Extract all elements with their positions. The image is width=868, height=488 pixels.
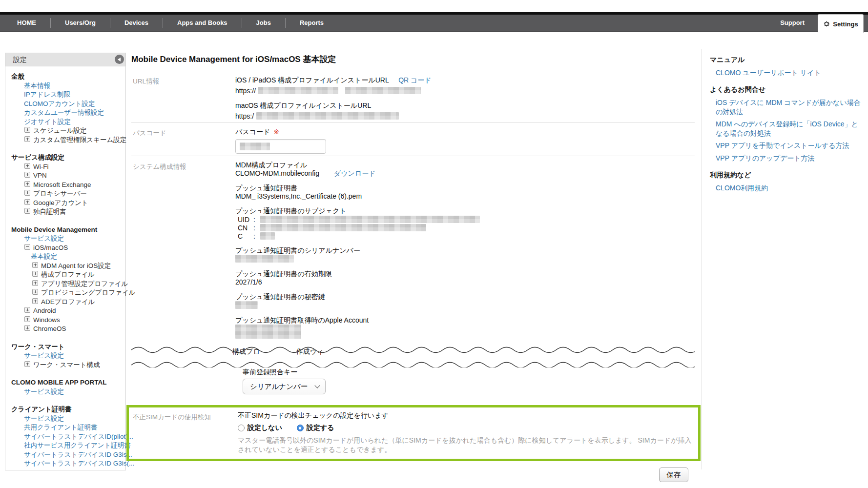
save-button[interactable]: 保存 xyxy=(659,468,688,482)
subject-colon: : xyxy=(253,232,260,240)
sidebar-item-app-mgmt-profile[interactable]: アプリ管理設定プロファイル xyxy=(11,280,123,289)
help-link-user-support-site[interactable]: CLOMO ユーザーサポート サイト xyxy=(716,68,861,77)
sidebar-item-own-certificate[interactable]: 独自証明書 xyxy=(11,207,123,217)
push-cert-label: プッシュ通知証明書 xyxy=(235,184,695,192)
chevron-left-icon xyxy=(118,58,121,61)
sidebar-item-ms-exchange[interactable]: Microsoft Exchange xyxy=(11,181,123,190)
redacted-ios-url xyxy=(258,87,338,94)
expand-icon[interactable] xyxy=(24,361,30,367)
sidebar-item-proxy-server[interactable]: プロキシサーバー xyxy=(11,189,123,199)
sidebar-item-mdm-service-settings[interactable]: サービス設定 xyxy=(11,234,123,244)
sidebar-item-label: Android xyxy=(33,307,56,314)
sidebar-item-vpn[interactable]: VPN xyxy=(11,171,123,181)
tab-settings[interactable]: Settings xyxy=(818,14,864,33)
settings-tab-label: Settings xyxy=(833,20,858,28)
sidebar-item-basic-info[interactable]: 基本情報 xyxy=(11,81,123,91)
sidebar-item-config-profile[interactable]: 構成プロファイル xyxy=(11,270,123,280)
expand-icon[interactable] xyxy=(24,172,30,178)
sidebar-item-label: 独自証明書 xyxy=(33,208,66,215)
sidebar-item-chromeos[interactable]: ChromeOS xyxy=(11,325,123,334)
mdm-profile-label: MDM構成プロファイル xyxy=(235,161,695,169)
expand-icon[interactable] xyxy=(32,289,38,295)
sidebar-item-android[interactable]: Android xyxy=(11,306,123,316)
qr-code-link[interactable]: QR コード xyxy=(398,76,432,84)
help-link-clomo-terms[interactable]: CLOMO利用規約 xyxy=(716,183,861,192)
macos-install-url-label: macOS 構成プロファイルインストールURL xyxy=(235,102,371,109)
sidebar-item-ios-macos[interactable]: iOS/macOS xyxy=(11,244,123,253)
sidebar-item-shared-client-cert[interactable]: 共用クライアント証明書 xyxy=(11,423,123,432)
sidebar-item-provisioning-profile[interactable]: プロビジョニングプロファイル xyxy=(11,288,123,298)
expand-icon[interactable] xyxy=(24,163,30,169)
nav-item-support[interactable]: Support xyxy=(780,15,805,31)
push-cert-serial-label: プッシュ通知証明書のシリアルナンバー xyxy=(235,246,695,255)
sidebar-header: 設定 xyxy=(5,53,125,66)
sidebar-item-google-account[interactable]: Googleアカウント xyxy=(11,199,123,208)
sidebar-item-cert-service-settings[interactable]: サービス設定 xyxy=(11,414,123,424)
nav-item-users-org[interactable]: Users/Org xyxy=(50,18,110,28)
download-link[interactable]: ダウンロード xyxy=(334,169,376,177)
sidebar-item-label: 構成プロファイル xyxy=(41,271,95,278)
expand-icon[interactable] xyxy=(24,190,30,196)
sidebar-item-cybertrust-g3is-1[interactable]: サイバートラストデバイスID G3is... xyxy=(11,450,123,460)
expand-icon[interactable] xyxy=(32,271,38,277)
expand-icon[interactable] xyxy=(32,262,38,268)
passcode-input[interactable] xyxy=(235,139,326,154)
radio-option-enable[interactable]: 設定する xyxy=(297,424,334,432)
nav-item-devices[interactable]: Devices xyxy=(110,18,163,28)
expand-icon[interactable] xyxy=(32,298,38,304)
sidebar-item-mdm-agent-ios[interactable]: MDM Agent for iOS設定 xyxy=(11,262,123,271)
sidebar-item-label: ChromeOS xyxy=(33,325,66,332)
sim-detection-highlight-box: 不正SIMカードの使用検知 不正SIMカードの検出チェックの設定を行います 設定… xyxy=(126,405,701,461)
expand-icon[interactable] xyxy=(24,316,30,322)
sidebar-item-clomo-account[interactable]: CLOMOアカウント設定 xyxy=(11,100,123,109)
expand-icon[interactable] xyxy=(24,199,30,205)
sidebar-item-ip-restriction[interactable]: IPアドレス制限 xyxy=(11,90,123,100)
subject-key-uid: UID xyxy=(235,216,253,224)
sidebar-item-custom-user-info[interactable]: カスタムユーザー情報設定 xyxy=(11,108,123,118)
expand-icon[interactable] xyxy=(24,208,30,214)
sidebar-item-label: VPN xyxy=(33,172,47,179)
nav-item-jobs[interactable]: Jobs xyxy=(242,18,285,28)
expand-icon[interactable] xyxy=(24,136,30,142)
sidebar-item-label: Wi-Fi xyxy=(33,163,48,170)
expand-icon[interactable] xyxy=(24,181,30,187)
sidebar-item-windows[interactable]: Windows xyxy=(11,316,123,325)
sidebar-item-worksmart-config[interactable]: ワーク・スマート構成 xyxy=(11,361,123,370)
subject-key-c: C xyxy=(235,232,253,240)
sidebar-item-basic-settings-current[interactable]: 基本設定 xyxy=(11,252,123,262)
sidebar-collapse-button[interactable] xyxy=(115,55,124,64)
sidebar-item-label: MDM Agent for iOS設定 xyxy=(41,262,111,269)
expand-icon[interactable] xyxy=(24,325,30,331)
radio-option-disable[interactable]: 設定しない xyxy=(238,424,282,432)
row-passcode: パスコード パスコード※ xyxy=(131,122,695,156)
sidebar-item-custom-admin-scheme[interactable]: カスタム管理権限スキーム設定 xyxy=(11,136,123,145)
sidebar-item-internal-service-cert[interactable]: 社内サービス用クライアント証明書 xyxy=(11,441,123,450)
sidebar-item-cybertrust-g3is-2[interactable]: サイバートラストデバイスID G3is(... xyxy=(11,459,123,468)
radio-unselected-icon[interactable] xyxy=(238,425,245,431)
sidebar-item-ade-profile[interactable]: ADEプロファイル xyxy=(11,298,123,307)
macos-url-prefix: https:/ xyxy=(235,112,254,120)
help-link-vpp-update[interactable]: VPP アプリのアップデート方法 xyxy=(716,154,861,163)
nav-item-apps-and-books[interactable]: Apps and Books xyxy=(163,18,242,28)
expand-icon[interactable] xyxy=(24,307,30,313)
sidebar-item-geosite[interactable]: ジオサイト設定 xyxy=(11,118,123,127)
help-section-faq: よくあるお問合せ xyxy=(710,85,864,94)
ios-install-url-label: iOS / iPadOS 構成プロファイルインストールURL xyxy=(235,76,389,84)
prereg-key-select[interactable]: シリアルナンバー xyxy=(243,379,326,394)
radio-selected-icon[interactable] xyxy=(297,425,304,431)
push-cert-private-key-label: プッシュ通知証明書の秘密鍵 xyxy=(235,293,695,301)
expand-icon[interactable] xyxy=(24,127,30,133)
sidebar-item-cybertrust-pilot[interactable]: サイバートラストデバイスID(pilot)... xyxy=(11,432,123,442)
help-link-vpp-manual-install[interactable]: VPP アプリを手動でインストールする方法 xyxy=(716,141,861,150)
nav-item-reports[interactable]: Reports xyxy=(285,18,338,28)
help-link-mdm-command-not-delivered[interactable]: iOS デバイスに MDM コマンドが届かない場合の対処法 xyxy=(716,98,861,116)
sidebar-item-wifi[interactable]: Wi-Fi xyxy=(11,163,123,172)
sidebar-item-portal-service-settings[interactable]: サービス設定 xyxy=(11,387,123,397)
apple-account-label: プッシュ通知証明書取得時のApple Account xyxy=(235,316,695,325)
sidebar-item-worksmart-service-settings[interactable]: サービス設定 xyxy=(11,351,123,361)
nav-item-home[interactable]: HOME xyxy=(12,18,50,28)
help-link-ios-device-registration[interactable]: MDM へのデバイス登録時に「iOS Device」となる場合の対処法 xyxy=(716,120,861,138)
sidebar-item-schedule[interactable]: スケジュール設定 xyxy=(11,126,123,136)
collapse-icon[interactable] xyxy=(24,244,30,250)
expand-icon[interactable] xyxy=(32,280,38,286)
